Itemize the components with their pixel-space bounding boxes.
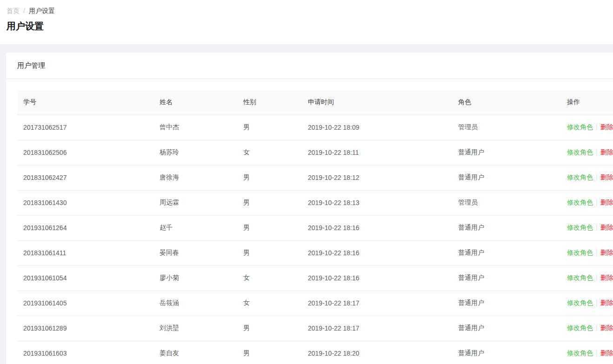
modify-role-link[interactable]: 修改角色: [567, 148, 593, 156]
breadcrumb-item-home[interactable]: 首页: [7, 7, 20, 14]
modify-role-link[interactable]: 修改角色: [567, 274, 593, 281]
modify-role-link[interactable]: 修改角色: [567, 349, 593, 357]
cell-apply-time: 2019-10-22 18:20: [302, 341, 452, 364]
cell-role: 普通用户: [452, 265, 561, 291]
table-row: 201931061603 姜自友 男 2019-10-22 18:20 普通用户…: [17, 341, 613, 364]
action-separator: |: [596, 224, 598, 231]
cell-actions: 修改角色|删除: [561, 316, 613, 341]
delete-link[interactable]: 删除: [600, 299, 613, 306]
cell-student-id: 201831062427: [17, 165, 153, 190]
cell-name: 姜自友: [153, 341, 237, 364]
table-row: 201831062427 唐徐海 男 2019-10-22 18:12 普通用户…: [17, 165, 613, 190]
action-separator: |: [596, 249, 598, 256]
cell-student-id: 201731062517: [17, 115, 153, 140]
cell-name: 赵千: [153, 215, 237, 240]
modify-role-link[interactable]: 修改角色: [567, 324, 593, 331]
cell-gender: 男: [237, 115, 302, 140]
modify-role-link[interactable]: 修改角色: [567, 249, 593, 256]
cell-student-id: 201931061603: [17, 341, 153, 364]
delete-link[interactable]: 删除: [600, 148, 613, 156]
cell-student-id: 201931061054: [17, 265, 153, 291]
cell-student-id: 201831062506: [17, 140, 153, 165]
action-separator: |: [596, 199, 598, 206]
modify-role-link[interactable]: 修改角色: [567, 224, 593, 231]
cell-gender: 女: [237, 265, 302, 291]
card-header: 用户管理: [6, 53, 613, 79]
page-title: 用户设置: [7, 20, 613, 32]
cell-name: 岳筱涵: [153, 291, 237, 316]
cell-gender: 男: [237, 165, 302, 190]
delete-link[interactable]: 删除: [600, 199, 613, 206]
column-header-apply-time: 申请时间: [302, 90, 452, 115]
cell-gender: 男: [237, 190, 302, 215]
cell-student-id: 201931061264: [17, 215, 153, 240]
cell-role: 管理员: [452, 115, 561, 140]
cell-actions: 修改角色|删除: [561, 215, 613, 240]
action-separator: |: [596, 349, 598, 357]
table-row: 201831062506 杨苏玲 女 2019-10-22 18:11 普通用户…: [17, 140, 613, 165]
cell-role: 普通用户: [452, 140, 561, 165]
table-row: 201731062517 曾中杰 男 2019-10-22 18:09 管理员 …: [17, 115, 613, 140]
cell-actions: 修改角色|删除: [561, 240, 613, 265]
cell-gender: 男: [237, 341, 302, 364]
cell-actions: 修改角色|删除: [561, 165, 613, 190]
content-area: 用户管理 学号 姓名 性别 申请时间 角色 操作: [0, 44, 613, 364]
modify-role-link[interactable]: 修改角色: [567, 299, 593, 306]
cell-name: 曾中杰: [153, 115, 237, 140]
modify-role-link[interactable]: 修改角色: [567, 173, 593, 181]
cell-role: 普通用户: [452, 165, 561, 190]
cell-gender: 女: [237, 140, 302, 165]
delete-link[interactable]: 删除: [600, 173, 613, 181]
modify-role-link[interactable]: 修改角色: [567, 123, 593, 131]
action-separator: |: [596, 173, 598, 181]
action-separator: |: [596, 274, 598, 281]
cell-role: 普通用户: [452, 215, 561, 240]
table-row: 201931061289 刘洪堃 男 2019-10-22 18:17 普通用户…: [17, 316, 613, 341]
cell-apply-time: 2019-10-22 18:11: [302, 140, 452, 165]
action-separator: |: [596, 148, 598, 156]
cell-student-id: 201931061405: [17, 291, 153, 316]
cell-name: 刘洪堃: [153, 316, 237, 341]
delete-link[interactable]: 删除: [600, 274, 613, 281]
cell-role: 普通用户: [452, 341, 561, 364]
delete-link[interactable]: 删除: [600, 123, 613, 131]
column-header-role: 角色: [452, 90, 561, 115]
cell-name: 晏同春: [153, 240, 237, 265]
column-header-name: 姓名: [153, 90, 237, 115]
delete-link[interactable]: 删除: [600, 249, 613, 256]
table-row: 201931061264 赵千 男 2019-10-22 18:16 普通用户 …: [17, 215, 613, 240]
card-body: 学号 姓名 性别 申请时间 角色 操作 201731062517 曾中杰 男 2…: [6, 79, 613, 364]
cell-apply-time: 2019-10-22 18:17: [302, 316, 452, 341]
table-row: 201931061054 廖小菊 女 2019-10-22 18:16 普通用户…: [17, 265, 613, 291]
delete-link[interactable]: 删除: [600, 349, 613, 357]
breadcrumb-separator: /: [23, 7, 25, 14]
action-separator: |: [596, 324, 598, 331]
cell-student-id: 201931061289: [17, 316, 153, 341]
delete-link[interactable]: 删除: [600, 324, 613, 331]
cell-name: 周远霖: [153, 190, 237, 215]
user-management-card: 用户管理 学号 姓名 性别 申请时间 角色 操作: [6, 53, 613, 364]
cell-gender: 男: [237, 215, 302, 240]
cell-gender: 男: [237, 316, 302, 341]
delete-link[interactable]: 删除: [600, 224, 613, 231]
cell-actions: 修改角色|删除: [561, 140, 613, 165]
breadcrumb: 首页 / 用户设置: [7, 7, 613, 14]
cell-apply-time: 2019-10-22 18:12: [302, 165, 452, 190]
modify-role-link[interactable]: 修改角色: [567, 199, 593, 206]
cell-name: 廖小菊: [153, 265, 237, 291]
cell-student-id: 201831061411: [17, 240, 153, 265]
user-table: 学号 姓名 性别 申请时间 角色 操作 201731062517 曾中杰 男 2…: [17, 90, 613, 364]
table-row: 201831061430 周远霖 男 2019-10-22 18:13 管理员 …: [17, 190, 613, 215]
cell-role: 管理员: [452, 190, 561, 215]
cell-name: 杨苏玲: [153, 140, 237, 165]
action-separator: |: [596, 123, 598, 131]
cell-apply-time: 2019-10-22 18:13: [302, 190, 452, 215]
card-title: 用户管理: [17, 61, 45, 70]
breadcrumb-item-current: 用户设置: [29, 7, 55, 14]
cell-student-id: 201831061430: [17, 190, 153, 215]
cell-name: 唐徐海: [153, 165, 237, 190]
column-header-actions: 操作: [561, 90, 613, 115]
cell-role: 普通用户: [452, 316, 561, 341]
table-row: 201931061405 岳筱涵 女 2019-10-22 18:17 普通用户…: [17, 291, 613, 316]
cell-apply-time: 2019-10-22 18:09: [302, 115, 452, 140]
